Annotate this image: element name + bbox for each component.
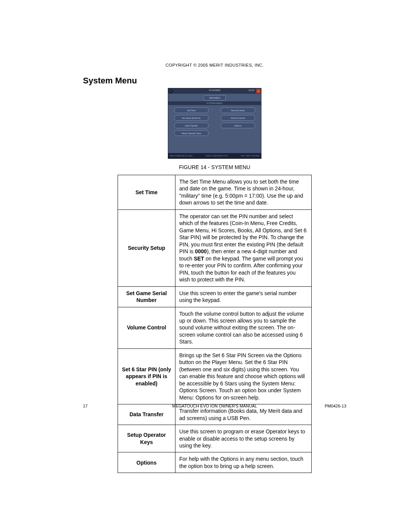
- manual-page: COPYRIGHT © 2005 MERIT INDUSTRIES, INC. …: [0, 0, 411, 532]
- table-row: Set TimeThe Set Time Menu allows you to …: [118, 175, 312, 210]
- screenshot-foot-right: KEY: 5AXXYYS0 R06: [241, 155, 260, 157]
- close-icon: ×: [256, 89, 261, 93]
- footer-doc-id: PM0426-13: [325, 404, 346, 408]
- row-text: Touch the volume control button to adjus…: [175, 307, 312, 348]
- table-row: Volume ControlTouch the volume control b…: [118, 307, 312, 348]
- main-menu-button: MAIN MENU: [204, 95, 226, 101]
- screenshot-foot-mid: BUILD: 2005-08-06 17:54: [206, 155, 228, 157]
- page-number: 17: [83, 404, 88, 408]
- row-text: The Set Time Menu allows you to set both…: [175, 175, 312, 210]
- screenshot-foot-left: VER. PG3002-28 V11.20G: [170, 155, 193, 157]
- row-label: Security Setup: [118, 209, 175, 286]
- row-label: Volume Control: [118, 307, 175, 348]
- screenshot-date: 07/12/2005: [209, 89, 220, 91]
- system-menu-screenshot: ‹ 07/12/2005 15:54 × MAIN MENU SYSTEM ME…: [168, 88, 261, 159]
- btn-security-setup: Security Setup: [221, 107, 255, 113]
- table-row: Set Game Serial NumberUse this screen to…: [118, 286, 312, 307]
- row-label: Options: [118, 452, 175, 473]
- row-label: Set Time: [118, 175, 175, 210]
- btn-data-transfer: Data Transfer: [174, 123, 209, 128]
- table-row: Security SetupThe operator can set the P…: [118, 209, 312, 286]
- btn-volume-control: Volume Control: [221, 115, 255, 121]
- table-row: Setup Operator KeysUse this screen to pr…: [118, 425, 312, 452]
- description-table: Set TimeThe Set Time Menu allows you to …: [118, 175, 312, 473]
- figure-wrap: ‹ 07/12/2005 15:54 × MAIN MENU SYSTEM ME…: [83, 88, 346, 170]
- row-label: Set 6 Star PIN (only appears if PIN is e…: [118, 348, 175, 404]
- btn-options: Options: [221, 123, 255, 128]
- row-text: The operator can set the PIN number and …: [175, 209, 312, 286]
- row-text: Brings up the Set 6 Star PIN Screen via …: [175, 348, 312, 404]
- page-footer: 17 MEGATOUCH EVO ION OWNER'S MANUAL PM04…: [83, 404, 346, 408]
- btn-setup-operator-keys: Setup Operator Keys: [174, 130, 209, 136]
- figure-caption: FIGURE 14 - SYSTEM MENU: [83, 164, 346, 170]
- back-icon: ‹: [169, 89, 173, 94]
- screenshot-time: 15:54: [249, 89, 254, 91]
- btn-set-game-serial: Set Game Serial No.: [174, 115, 209, 121]
- btn-set-time: Set Time: [174, 107, 209, 113]
- footer-title: MEGATOUCH EVO ION OWNER'S MANUAL: [172, 404, 257, 408]
- row-text: Use this screen to program or erase Oper…: [175, 425, 312, 452]
- copyright-line: COPYRIGHT © 2005 MERIT INDUSTRIES, INC.: [83, 63, 346, 67]
- row-text: Use this screen to enter the game's seri…: [175, 286, 312, 307]
- section-label: SYSTEM MENU: [168, 101, 261, 105]
- row-label: Set Game Serial Number: [118, 286, 175, 307]
- row-text: For help with the Options in any menu se…: [175, 452, 312, 473]
- row-label: Setup Operator Keys: [118, 425, 175, 452]
- table-row: OptionsFor help with the Options in any …: [118, 452, 312, 473]
- section-title: System Menu: [83, 76, 346, 86]
- table-row: Set 6 Star PIN (only appears if PIN is e…: [118, 348, 312, 404]
